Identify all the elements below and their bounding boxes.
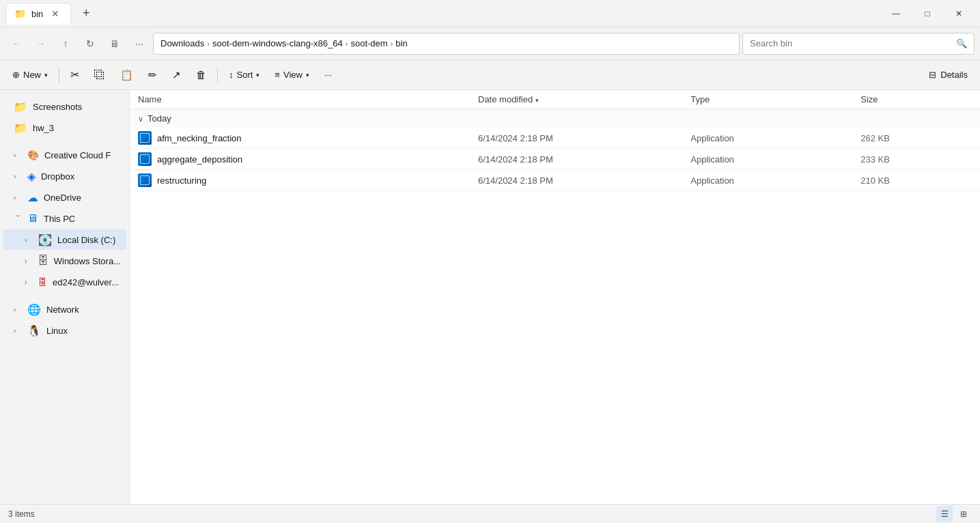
list-view-button[interactable]: ☰ xyxy=(936,506,953,522)
file-size: 210 KB xyxy=(852,170,980,191)
file-type: Application xyxy=(682,128,852,149)
sort-label: Sort xyxy=(237,70,253,80)
view-mode-controls: ☰ ⊞ xyxy=(936,506,972,522)
breadcrumb-bin[interactable]: bin xyxy=(395,38,407,48)
new-button[interactable]: ⊕ New ▾ xyxy=(5,64,55,86)
dropbox-icon: ◈ xyxy=(27,170,36,183)
copy-button[interactable]: ⿻ xyxy=(87,64,112,86)
tab-folder-icon: 📁 xyxy=(14,8,26,19)
more-label: ··· xyxy=(324,70,332,80)
chevron-icon: › xyxy=(14,327,22,335)
share-button[interactable]: ↗ xyxy=(165,64,188,86)
col-header-type[interactable]: Type xyxy=(682,90,852,109)
sidebar-item-onedrive[interactable]: › ☁ OneDrive xyxy=(3,187,126,208)
sidebar-item-windows-storage[interactable]: › 🗄 Windows Stora... xyxy=(3,251,126,271)
sidebar-item-screenshots[interactable]: 📁 Screenshots xyxy=(3,96,126,117)
breadcrumb-sep-3: › xyxy=(391,40,393,48)
local-disk-icon: 💽 xyxy=(38,234,52,246)
chevron-icon: › xyxy=(25,279,33,286)
sidebar-item-this-pc[interactable]: › 🖥 This PC xyxy=(3,208,126,229)
sidebar-label-ed242: ed242@wulver... xyxy=(53,277,119,287)
sidebar-item-dropbox[interactable]: › ◈ Dropbox xyxy=(3,166,126,186)
copy-icon: ⿻ xyxy=(94,69,105,81)
toolbar-separator-2 xyxy=(217,68,218,83)
group-chevron-icon: ∨ xyxy=(138,115,143,123)
delete-button[interactable]: 🗑 xyxy=(189,64,213,86)
group-header-today[interactable]: ∨Today xyxy=(130,109,980,128)
search-icon: 🔍 xyxy=(956,38,967,48)
forward-button[interactable]: → xyxy=(30,33,52,55)
chevron-icon: › xyxy=(14,152,22,159)
file-name-cell: aggregate_deposition xyxy=(130,149,470,170)
breadcrumb-soot-dem[interactable]: soot-dem xyxy=(350,38,387,48)
address-bar: ← → ↑ ↻ 🖥 ··· Downloads › soot-dem-windo… xyxy=(0,27,980,60)
sort-button[interactable]: ↕ Sort ▾ xyxy=(222,64,266,86)
details-button[interactable]: ⊟ Details xyxy=(922,66,975,83)
file-date: 6/14/2024 2:18 PM xyxy=(470,128,682,149)
minimize-button[interactable]: — xyxy=(880,3,912,25)
sidebar-label-onedrive: OneDrive xyxy=(44,193,81,203)
creative-cloud-icon: 🎨 xyxy=(27,150,39,160)
add-tab-button[interactable]: + xyxy=(76,4,96,23)
grid-view-button[interactable]: ⊞ xyxy=(955,506,972,522)
folder-icon: 📁 xyxy=(14,122,27,135)
rename-button[interactable]: ✏ xyxy=(141,64,164,86)
sidebar-label-this-pc: This PC xyxy=(44,214,75,224)
up-button[interactable]: ↑ xyxy=(55,33,76,55)
file-name-cell: afm_necking_fraction xyxy=(130,128,470,149)
folder-icon: 📁 xyxy=(14,100,27,113)
col-header-date[interactable]: Date modified ▾ xyxy=(470,90,682,109)
network-icon: 🌐 xyxy=(27,303,41,316)
breadcrumb-soot-dem-full[interactable]: soot-dem-windows-clang-x86_64 xyxy=(212,38,343,48)
col-header-size[interactable]: Size xyxy=(852,90,980,109)
rename-icon: ✏ xyxy=(148,69,157,81)
table-row[interactable]: restructuring 6/14/2024 2:18 PM Applicat… xyxy=(130,170,980,191)
maximize-button[interactable]: □ xyxy=(912,3,943,25)
nav-more-button[interactable]: ··· xyxy=(128,33,150,55)
new-icon: ⊕ xyxy=(12,70,20,80)
col-header-name[interactable]: Name xyxy=(130,90,470,109)
breadcrumb-sep-1: › xyxy=(207,40,210,48)
table-row[interactable]: aggregate_deposition 6/14/2024 2:18 PM A… xyxy=(130,149,980,170)
file-type: Application xyxy=(682,170,852,191)
search-input[interactable] xyxy=(750,38,952,48)
sidebar-item-local-disk[interactable]: › 💽 Local Disk (C:) xyxy=(3,229,126,250)
this-pc-icon[interactable]: 🖥 xyxy=(104,33,126,55)
item-count: 3 items xyxy=(8,509,35,519)
tab-title: bin xyxy=(31,9,43,19)
more-button[interactable]: ··· xyxy=(318,64,339,86)
breadcrumb-downloads[interactable]: Downloads xyxy=(160,38,204,48)
sidebar-item-network[interactable]: › 🌐 Network xyxy=(3,299,126,320)
table-row[interactable]: afm_necking_fraction 6/14/2024 2:18 PM A… xyxy=(130,128,980,149)
tab-bin[interactable]: 📁 bin ✕ xyxy=(5,3,71,25)
chevron-icon: › xyxy=(14,173,22,180)
file-date: 6/14/2024 2:18 PM xyxy=(470,170,682,191)
title-bar: 📁 bin ✕ + — □ ✕ xyxy=(0,0,980,27)
file-date: 6/14/2024 2:18 PM xyxy=(470,149,682,170)
status-bar: 3 items ☰ ⊞ xyxy=(0,504,980,523)
view-button[interactable]: ≡ View ▾ xyxy=(268,64,316,86)
sidebar-item-hw3[interactable]: 📁 hw_3 xyxy=(3,117,126,138)
sidebar-label-creative-cloud: Creative Cloud F xyxy=(44,150,111,160)
refresh-button[interactable]: ↻ xyxy=(79,33,101,55)
delete-icon: 🗑 xyxy=(196,69,206,81)
sidebar-label-windows-storage: Windows Stora... xyxy=(54,256,121,266)
close-button[interactable]: ✕ xyxy=(943,3,975,25)
sidebar-item-linux[interactable]: › 🐧 Linux xyxy=(3,320,126,341)
tab-close-button[interactable]: ✕ xyxy=(48,7,62,20)
back-button[interactable]: ← xyxy=(5,33,27,55)
cut-icon: ✂ xyxy=(70,68,79,81)
breadcrumb-bar[interactable]: Downloads › soot-dem-windows-clang-x86_6… xyxy=(153,33,740,55)
file-app-icon xyxy=(138,131,152,145)
paste-button[interactable]: 📋 xyxy=(113,64,140,86)
search-bar[interactable]: 🔍 xyxy=(742,33,975,55)
cut-button[interactable]: ✂ xyxy=(64,64,86,86)
share-icon: ↗ xyxy=(172,69,181,81)
file-size: 262 KB xyxy=(852,128,980,149)
sidebar-label-screenshots: Screenshots xyxy=(33,102,82,112)
new-label: New xyxy=(23,70,41,80)
window-controls: — □ ✕ xyxy=(880,3,975,25)
sidebar-item-creative-cloud[interactable]: › 🎨 Creative Cloud F xyxy=(3,145,126,165)
sidebar-item-ed242[interactable]: › 🗄 ed242@wulver... xyxy=(3,272,126,292)
chevron-icon: › xyxy=(25,257,32,265)
